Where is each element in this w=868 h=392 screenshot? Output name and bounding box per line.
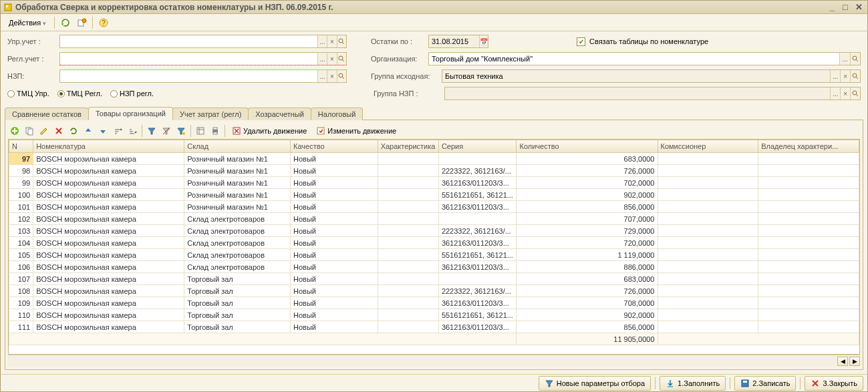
- filter-off-icon[interactable]: [160, 124, 173, 138]
- table-row[interactable]: 107BOSCH морозильная камераТорговый залН…: [9, 273, 859, 285]
- calendar-icon[interactable]: 📅: [479, 35, 488, 47]
- table-cell[interactable]: BOSCH морозильная камера: [33, 249, 184, 261]
- search-icon[interactable]: [850, 70, 860, 82]
- table-cell[interactable]: [758, 213, 859, 225]
- table-row[interactable]: 111BOSCH морозильная камераТорговый залН…: [9, 321, 859, 333]
- org-field[interactable]: ...: [428, 52, 861, 65]
- tab-compare[interactable]: Сравнение остатков: [5, 108, 89, 120]
- grp-nzp-input[interactable]: [445, 87, 830, 100]
- table-cell[interactable]: [658, 213, 758, 225]
- grp-src-field[interactable]: ... ×: [442, 69, 861, 83]
- table-cell[interactable]: Склад электротоваров: [184, 213, 291, 225]
- table-cell[interactable]: 3612163/011203/3...: [438, 201, 517, 213]
- edit-icon[interactable]: [37, 124, 51, 138]
- fill-button[interactable]: 1.Заполнить: [660, 376, 726, 391]
- table-cell[interactable]: 3612163/011203/3...: [438, 297, 517, 309]
- scroll-left-icon[interactable]: ◀: [837, 357, 848, 366]
- table-cell[interactable]: [658, 285, 758, 297]
- table-cell[interactable]: Склад электротоваров: [184, 249, 291, 261]
- close-button[interactable]: 3.Закрыть: [805, 376, 863, 391]
- table-row[interactable]: 108BOSCH морозильная камераТорговый залН…: [9, 285, 859, 297]
- table-cell[interactable]: [438, 153, 517, 165]
- table-cell[interactable]: 720,0000: [517, 237, 658, 249]
- table-cell[interactable]: Торговый зал: [184, 273, 291, 285]
- table-cell[interactable]: Склад электротоваров: [184, 225, 291, 237]
- clear-button[interactable]: ×: [840, 70, 850, 82]
- table-cell[interactable]: Новый: [291, 165, 378, 177]
- column-header[interactable]: Количество: [517, 140, 658, 153]
- column-header[interactable]: N: [9, 140, 33, 153]
- actions-menu[interactable]: Действия: [5, 17, 50, 28]
- table-cell[interactable]: [378, 321, 438, 333]
- nzp-field[interactable]: ... ×: [59, 69, 347, 83]
- table-cell[interactable]: 101: [9, 201, 33, 213]
- table-row[interactable]: 109BOSCH морозильная камераТорговый залН…: [9, 297, 859, 309]
- table-cell[interactable]: 886,0000: [517, 261, 658, 273]
- table-cell[interactable]: [378, 201, 438, 213]
- table-cell[interactable]: 856,0000: [517, 201, 658, 213]
- table-cell[interactable]: BOSCH морозильная камера: [33, 261, 184, 273]
- table-cell[interactable]: Розничный магазин №1: [184, 189, 291, 201]
- table-cell[interactable]: 107: [9, 273, 33, 285]
- table-cell[interactable]: [758, 297, 859, 309]
- close-button[interactable]: ✕: [853, 2, 865, 13]
- table-row[interactable]: 106BOSCH морозильная камераСклад электро…: [9, 261, 859, 273]
- table-cell[interactable]: 3612163/011203/3...: [438, 261, 517, 273]
- search-icon[interactable]: [850, 87, 860, 100]
- table-cell[interactable]: [378, 297, 438, 309]
- table-cell[interactable]: Розничный магазин №1: [184, 153, 291, 165]
- table-cell[interactable]: Новый: [291, 213, 378, 225]
- move-down-icon[interactable]: [96, 124, 110, 138]
- search-icon[interactable]: [337, 35, 346, 47]
- table-row[interactable]: 97BOSCH морозильная камераРозничный мага…: [9, 153, 859, 165]
- column-header[interactable]: Серия: [438, 140, 517, 153]
- column-header[interactable]: Характеристика: [378, 140, 438, 153]
- table-cell[interactable]: BOSCH морозильная камера: [33, 201, 184, 213]
- clear-button[interactable]: ×: [327, 35, 336, 47]
- search-icon[interactable]: [337, 70, 346, 82]
- table-cell[interactable]: 683,0000: [517, 273, 658, 285]
- table-cell[interactable]: Новый: [291, 261, 378, 273]
- table-cell[interactable]: [758, 165, 859, 177]
- table-cell[interactable]: [658, 273, 758, 285]
- table-cell[interactable]: Новый: [291, 189, 378, 201]
- add-icon[interactable]: [8, 124, 21, 138]
- grp-nzp-field[interactable]: ... ×: [444, 87, 861, 100]
- table-cell[interactable]: BOSCH морозильная камера: [33, 165, 184, 177]
- table-cell[interactable]: 3612163/011203/3...: [438, 237, 517, 249]
- table-cell[interactable]: [758, 201, 859, 213]
- help-icon[interactable]: ?: [97, 16, 110, 29]
- table-cell[interactable]: 100: [9, 189, 33, 201]
- choose-button[interactable]: ...: [317, 35, 327, 47]
- table-cell[interactable]: Новый: [291, 285, 378, 297]
- radio-tmc-upr[interactable]: ТМЦ Упр.: [7, 89, 49, 97]
- sort-desc-icon[interactable]: [126, 124, 139, 138]
- table-cell[interactable]: 3612163/011203/3...: [438, 177, 517, 189]
- table-row[interactable]: 105BOSCH морозильная камераСклад электро…: [9, 249, 859, 261]
- column-header[interactable]: Качество: [291, 140, 378, 153]
- table-cell[interactable]: [378, 165, 438, 177]
- table-row[interactable]: 100BOSCH морозильная камераРозничный маг…: [9, 189, 859, 201]
- table-cell[interactable]: [378, 285, 438, 297]
- maximize-button[interactable]: □: [839, 2, 851, 13]
- table-cell[interactable]: [438, 273, 517, 285]
- table-cell[interactable]: [378, 237, 438, 249]
- table-cell[interactable]: 99: [9, 177, 33, 189]
- column-header[interactable]: Комиссионер: [658, 140, 758, 153]
- table-cell[interactable]: [378, 249, 438, 261]
- table-cell[interactable]: [758, 177, 859, 189]
- table-cell[interactable]: Новый: [291, 153, 378, 165]
- table-cell[interactable]: [658, 261, 758, 273]
- choose-button[interactable]: ...: [830, 87, 840, 100]
- table-cell[interactable]: 103: [9, 225, 33, 237]
- table-cell[interactable]: 102: [9, 213, 33, 225]
- table-cell[interactable]: 104: [9, 237, 33, 249]
- upr-input[interactable]: [60, 35, 317, 47]
- bind-checkbox[interactable]: ✔: [577, 37, 585, 46]
- table-cell[interactable]: 105: [9, 249, 33, 261]
- table-cell[interactable]: 729,0000: [517, 225, 658, 237]
- table-cell[interactable]: [758, 309, 859, 321]
- table-cell[interactable]: [378, 189, 438, 201]
- table-cell[interactable]: BOSCH морозильная камера: [33, 189, 184, 201]
- table-cell[interactable]: 3612163/011203/3...: [438, 321, 517, 333]
